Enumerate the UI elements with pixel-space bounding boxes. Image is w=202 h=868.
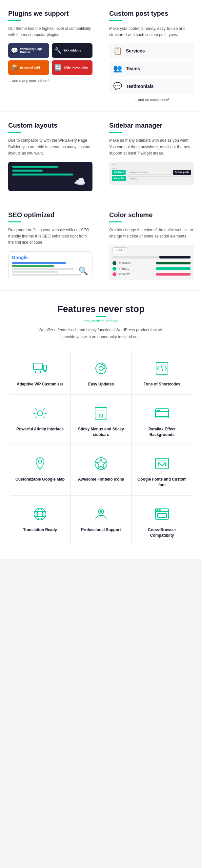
custom-layouts-title: Custom layouts	[8, 122, 93, 129]
plugins-desc: Our theme has the highest level of compa…	[8, 26, 93, 38]
fontello-icon	[93, 456, 109, 471]
layout-bar-3	[12, 174, 73, 176]
cpt-teams: 👥 Teams	[109, 61, 194, 76]
color-hex-1: #0d6133	[119, 261, 154, 265]
color-swatch-3	[156, 273, 191, 276]
admin-icon	[32, 405, 48, 421]
feature-parallax: Parallax Effect Backgrounds	[132, 395, 192, 445]
plugin-label-wpbakery: WPBakery Page Builder	[20, 47, 46, 54]
seo-line-2	[12, 271, 58, 273]
seo-desc: Drag more traffic to your website with o…	[8, 227, 93, 246]
trx-icon: 🔧	[55, 47, 62, 54]
seo-line-blue	[12, 262, 66, 264]
map-icon-wrap	[31, 454, 49, 473]
color-select-label: Light	[115, 249, 122, 252]
feature-map: Customizable Google Map	[10, 445, 70, 495]
feature-label-support: Professional Support	[81, 527, 121, 533]
google-logo: Google	[12, 255, 89, 260]
seo-preview: Google 🔍	[8, 251, 93, 279]
color-scheme-title: Color scheme	[109, 211, 194, 219]
feature-fontello: Awesome Fontello Icons	[71, 445, 131, 495]
feature-browser: Cross-Browser Compatibilty	[132, 496, 192, 546]
custom-post-section: Custom post types Make your contents han…	[101, 0, 202, 112]
layout-cloud-icon: ☁️	[74, 176, 86, 187]
color-dot-2	[112, 267, 116, 271]
cpt-and-more: ... and so much more!	[109, 98, 194, 102]
slider-icon: 🔄	[55, 64, 62, 71]
parallax-icon	[154, 405, 170, 421]
essential-icon: 📦	[11, 64, 18, 71]
translation-icon	[32, 506, 48, 522]
plugins-title: Plugins we support	[8, 10, 93, 18]
custom-post-title: Custom post types	[109, 10, 194, 18]
testimonials-label: Testimonials	[126, 84, 154, 89]
fonts-icon	[154, 456, 170, 471]
adaptive-wp-icon	[32, 361, 48, 376]
fontello-icon-wrap	[92, 454, 110, 473]
shortcodes-icon-wrap	[153, 359, 171, 378]
feature-label-fonts: Google Fonts and Custom font	[137, 477, 187, 488]
sidebar-manager-green-line	[109, 132, 122, 133]
svg-rect-3	[43, 365, 46, 370]
color-row-1: #0d6133	[112, 261, 191, 265]
svg-rect-0	[33, 363, 43, 370]
color-swatch-1	[156, 262, 191, 265]
cpt-list: 📋 Services 👥 Teams 💬 Testimonials	[109, 43, 194, 94]
sidebar-ellipsis: ...	[112, 164, 117, 168]
plugin-label-slider: Slider Revolution	[64, 66, 88, 69]
color-swatch-2	[156, 267, 191, 270]
svg-rect-42	[158, 514, 167, 517]
map-icon	[32, 456, 48, 471]
svg-marker-24	[96, 459, 106, 469]
svg-line-12	[161, 366, 163, 371]
feature-label-translation: Translation Ready	[23, 527, 57, 533]
color-preview: Light ▾ #0d6133 #f6e2f1	[109, 245, 194, 280]
seo-line-3	[12, 274, 81, 276]
plugin-label-trx: TRX Addons	[64, 49, 81, 52]
plugins-and-more: ... and many more others!	[8, 79, 93, 83]
easy-updates-icon-wrap	[92, 359, 110, 378]
wpbakery-icon: 💬	[11, 47, 18, 54]
sidebar-btn-aboutme: About Me	[112, 176, 126, 181]
feature-label-map: Customizable Google Map	[15, 477, 65, 482]
features-section: Features never stop easy website creatio…	[0, 291, 202, 558]
fonts-icon-wrap	[153, 454, 171, 473]
svg-line-9	[158, 368, 159, 370]
testimonials-icon: 💬	[113, 82, 122, 91]
sidebar-outline-2: sidebar...	[128, 176, 191, 181]
layout-bar-1	[12, 166, 58, 167]
sticky-icon-wrap	[92, 404, 110, 423]
sidebar-manager-desc: Make as many sidebars with ads as you wa…	[109, 137, 194, 156]
adaptive-wp-icon-wrap	[31, 359, 49, 378]
plugins-section: Plugins we support Our theme has the hig…	[0, 0, 101, 112]
color-scheme-green-line	[109, 221, 122, 222]
custom-layouts-section: Custom layouts Due to compatibility with…	[0, 112, 101, 201]
color-select-box[interactable]: Light ▾	[112, 247, 128, 253]
features-main-title: Features never stop	[10, 304, 192, 314]
custom-layouts-desc: Due to compatibility with the WPBakery P…	[8, 137, 93, 156]
color-hex-2: #f6e2f1	[119, 267, 154, 270]
features-green-divider	[96, 316, 106, 317]
svg-point-6	[99, 366, 103, 370]
sidebar-btn-contents: Contents	[112, 170, 126, 175]
feature-label-admin: Powerful Admin Interface	[16, 427, 64, 432]
color-bar-fill	[159, 256, 191, 258]
svg-point-13	[37, 411, 43, 416]
custom-post-desc: Make your contents handy, easy-to-use an…	[109, 26, 194, 38]
feature-support: Professional Support	[71, 496, 131, 546]
color-scheme-section: Color scheme Quickly change the color of…	[101, 202, 202, 290]
color-row-3: #f04e77	[112, 272, 191, 276]
svg-point-41	[159, 509, 160, 511]
teams-icon: 👥	[113, 64, 122, 73]
parallax-icon-wrap	[153, 404, 171, 423]
admin-icon-wrap	[31, 404, 49, 423]
color-select-row: Light ▾	[112, 247, 191, 253]
seo-line-1	[12, 268, 73, 270]
svg-rect-21	[158, 410, 159, 411]
services-icon: 📋	[113, 46, 122, 55]
color-hex-3: #f04e77	[119, 273, 154, 276]
plugins-green-line	[8, 20, 21, 21]
svg-point-37	[100, 510, 102, 513]
feature-translation: Translation Ready	[10, 496, 70, 546]
sidebar-manager-section: Sidebar manager Make as many sidebars wi…	[101, 112, 202, 201]
